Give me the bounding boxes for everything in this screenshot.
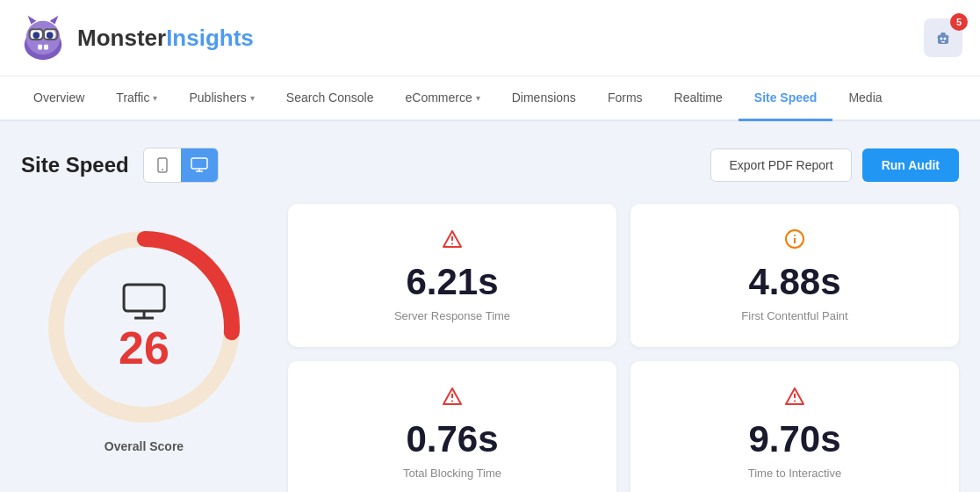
svg-point-35 (794, 235, 796, 236)
app-header: MonsterInsights 5 (0, 0, 980, 76)
fcp-label: First Contentful Paint (741, 309, 847, 322)
tbt-label: Total Blocking Time (403, 467, 501, 480)
monitor-gauge-icon (122, 283, 166, 322)
tti-value: 9.70s (748, 419, 840, 459)
alert-triangle-icon-2 (442, 386, 463, 407)
mobile-device-button[interactable] (144, 148, 181, 182)
metric-card-tbt: 0.76s Total Blocking Time (288, 361, 616, 492)
nav-item-ecommerce[interactable]: eCommerce ▾ (389, 76, 495, 121)
gauge-container: 26 Overall Score (21, 204, 267, 471)
nav-item-dimensions[interactable]: Dimensions (496, 76, 592, 121)
chevron-down-icon: ▾ (476, 93, 480, 103)
server-response-label: Server Response Time (394, 309, 510, 322)
speed-title-group: Site Speed (21, 148, 219, 183)
export-pdf-button[interactable]: Export PDF Report (710, 148, 851, 182)
page-title: Site Speed (21, 153, 129, 177)
header-actions: Export PDF Report Run Audit (710, 148, 959, 182)
notification-badge: 5 (950, 13, 968, 31)
chevron-down-icon: ▾ (250, 93, 255, 103)
monster-logo-icon (18, 12, 68, 63)
nav-item-search-console[interactable]: Search Console (270, 76, 390, 121)
fcp-value: 4.88s (748, 262, 840, 302)
tti-label: Time to Interactive (748, 467, 841, 480)
server-response-value: 6.21s (406, 262, 498, 302)
info-icon (784, 228, 805, 255)
alert-triangle-icon (442, 228, 463, 250)
metric-card-server-response: 6.21s Server Response Time (288, 204, 616, 347)
svg-rect-27 (124, 285, 164, 311)
svg-point-4 (32, 32, 40, 39)
gauge-center: 26 (119, 283, 169, 371)
header-right: 5 (924, 18, 962, 57)
nav-item-forms[interactable]: Forms (592, 76, 659, 121)
speed-header: Site Speed Export PDF Rep (21, 148, 959, 183)
device-toggle (143, 148, 219, 183)
logo-text: MonsterInsights (77, 25, 254, 52)
run-audit-button[interactable]: Run Audit (862, 148, 959, 182)
notification-icon (933, 28, 953, 47)
metrics-grid: 6.21s Server Response Time 4.88s First C… (288, 204, 959, 492)
svg-point-15 (940, 38, 943, 40)
gauge-label: Overall Score (104, 439, 184, 453)
main-content: Site Speed Export PDF Rep (0, 121, 980, 492)
metric-card-tti: 9.70s Time to Interactive (631, 361, 959, 492)
gauge-wrapper: 26 (39, 221, 249, 432)
chevron-down-icon: ▾ (153, 93, 157, 103)
desktop-icon (191, 157, 208, 173)
mobile-icon (155, 157, 170, 173)
content-area: 26 Overall Score 6.21s Server Response T… (21, 204, 959, 492)
svg-rect-14 (940, 33, 946, 36)
svg-point-5 (47, 32, 54, 39)
svg-point-16 (944, 38, 947, 40)
nav-item-publishers[interactable]: Publishers ▾ (173, 76, 270, 121)
nav-item-site-speed[interactable]: Site Speed (739, 76, 833, 121)
metric-card-fcp: 4.88s First Contentful Paint (631, 204, 959, 347)
warning-icon-2 (442, 386, 463, 412)
svg-point-21 (162, 169, 163, 170)
nav-item-realtime[interactable]: Realtime (659, 76, 739, 121)
svg-rect-10 (44, 45, 48, 50)
desktop-device-button[interactable] (181, 148, 218, 182)
nav-item-media[interactable]: Media (832, 76, 897, 121)
warning-icon-3 (784, 386, 805, 412)
tbt-value: 0.76s (406, 419, 498, 459)
gauge-score: 26 (119, 325, 169, 371)
svg-rect-17 (941, 41, 945, 43)
warning-icon (442, 228, 463, 255)
svg-point-41 (794, 401, 796, 402)
info-circle-icon (784, 228, 805, 250)
notification-button[interactable]: 5 (924, 18, 962, 57)
nav-item-traffic[interactable]: Traffic ▾ (100, 76, 173, 121)
alert-triangle-icon-3 (784, 386, 805, 407)
main-nav: Overview Traffic ▾ Publishers ▾ Search C… (0, 76, 980, 121)
logo: MonsterInsights (18, 12, 254, 63)
svg-rect-22 (191, 158, 207, 169)
svg-rect-9 (38, 45, 42, 50)
svg-point-38 (451, 401, 453, 402)
nav-item-overview[interactable]: Overview (18, 76, 100, 121)
svg-point-32 (451, 243, 453, 245)
